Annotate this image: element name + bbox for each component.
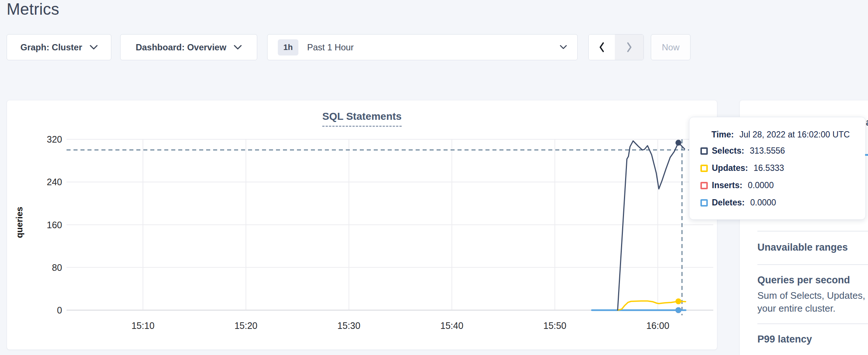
sidebar-heading-p99-latency: P99 latency — [757, 334, 812, 345]
deletes-swatch-icon — [700, 199, 708, 207]
svg-text:160: 160 — [47, 220, 62, 230]
sidebar-divider — [757, 264, 868, 265]
series-line-updates — [618, 301, 686, 310]
dashboard-dropdown[interactable]: Dashboard: Overview — [120, 34, 257, 60]
time-range-pager — [588, 34, 644, 60]
hover-dot-selects — [675, 140, 681, 146]
graph-dropdown[interactable]: Graph: Cluster — [7, 34, 111, 60]
tooltip-series-row: Selects: 313.5556 — [700, 142, 865, 159]
svg-text:15:20: 15:20 — [234, 320, 258, 331]
svg-text:16:00: 16:00 — [646, 320, 670, 331]
clipped-text-fragment: a — [866, 117, 868, 128]
updates-swatch-icon — [700, 165, 708, 172]
hover-dot-updates — [675, 298, 681, 304]
sql-statements-chart[interactable]: 08016024032015:1015:2015:3015:4015:5016:… — [7, 100, 718, 350]
graph-dropdown-label: Graph: Cluster — [20, 42, 82, 53]
chevron-left-icon — [598, 42, 605, 53]
time-range-label: Past 1 Hour — [307, 42, 354, 53]
next-range-button[interactable] — [615, 35, 643, 60]
tooltip-time-row: Time: Jul 28, 2022 at 16:02:00 UTC — [700, 127, 865, 142]
svg-text:15:30: 15:30 — [337, 320, 361, 331]
chevron-down-icon — [234, 45, 242, 50]
sidebar-heading-queries-per-second: Queries per second — [757, 275, 850, 286]
sidebar-heading-unavailable-ranges: Unavailable ranges — [757, 242, 848, 253]
sidebar-divider — [757, 231, 868, 232]
now-button[interactable]: Now — [651, 34, 691, 60]
svg-text:80: 80 — [52, 262, 62, 273]
crosshair — [67, 139, 713, 315]
tooltip-series-row: Updates: 16.5333 — [700, 159, 865, 177]
dashboard-dropdown-label: Dashboard: Overview — [136, 42, 226, 53]
tooltip-series-row: Deletes: 0.0000 — [700, 194, 865, 211]
svg-text:15:50: 15:50 — [544, 320, 567, 331]
gridlines — [67, 139, 713, 310]
inserts-swatch-icon — [700, 182, 708, 189]
series-line-selects — [618, 141, 685, 310]
sql-statements-chart-card: SQL Statements 08016024032015:1015:2015:… — [7, 100, 717, 350]
hover-dot-deletes — [675, 307, 681, 313]
svg-text:15:10: 15:10 — [132, 320, 155, 331]
time-range-picker[interactable]: 1h Past 1 Hour — [267, 34, 578, 60]
svg-text:0: 0 — [57, 305, 62, 315]
page-title: Metrics — [7, 0, 59, 18]
sidebar-divider — [757, 323, 868, 324]
chart-tooltip: Time: Jul 28, 2022 at 16:02:00 UTC Selec… — [689, 117, 866, 220]
clipped-link-fragment — [865, 154, 868, 156]
axis-labels: 08016024032015:1015:2015:3015:4015:5016:… — [14, 134, 669, 331]
sidebar-description-line: your entire cluster. — [757, 303, 835, 314]
sidebar-description-line: Sum of Selects, Updates, Inser — [757, 290, 868, 301]
svg-text:240: 240 — [47, 177, 62, 187]
y-axis-label: queries — [14, 207, 24, 238]
tooltip-time-label: Time: — [711, 130, 734, 140]
svg-text:320: 320 — [47, 134, 62, 144]
time-range-badge: 1h — [278, 39, 298, 55]
chevron-down-icon — [560, 45, 567, 50]
svg-text:15:40: 15:40 — [440, 320, 463, 331]
chevron-down-icon — [90, 45, 98, 50]
tooltip-time-value: Jul 28, 2022 at 16:02:00 UTC — [739, 130, 850, 140]
prev-range-button[interactable] — [589, 35, 615, 60]
chevron-right-icon — [626, 42, 633, 53]
tooltip-series-row: Inserts: 0.0000 — [700, 177, 865, 194]
selects-swatch-icon — [700, 147, 708, 155]
